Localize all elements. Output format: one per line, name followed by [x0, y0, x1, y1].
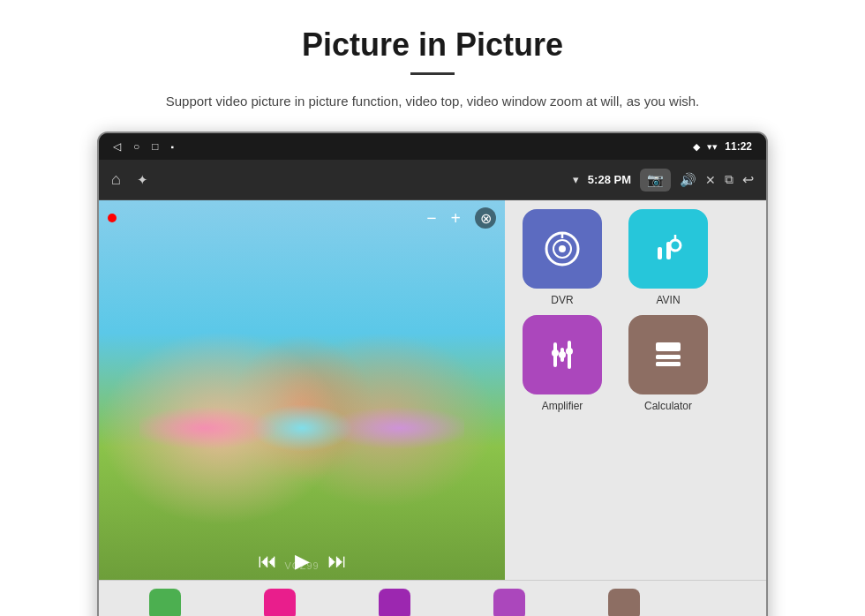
video-thumbnail	[99, 200, 505, 580]
wifi-icon: ▾▾	[707, 141, 718, 153]
netflix-bottom-icon[interactable]	[149, 589, 181, 617]
amplifier-bottom-icon[interactable]	[493, 589, 525, 617]
location-icon: ◆	[693, 141, 700, 153]
dvr-app-icon[interactable]	[523, 209, 602, 289]
calculator-bottom-icon[interactable]	[608, 589, 640, 617]
recents-icon[interactable]: □	[152, 140, 158, 153]
avin-icon-svg	[649, 229, 688, 268]
watermark: VCZ99	[284, 560, 319, 571]
status-time: 11:22	[725, 140, 752, 153]
status-bar-right: ◆ ▾▾ 11:22	[693, 140, 752, 153]
video-scene	[99, 200, 505, 580]
bottom-calculator: Calculator	[567, 589, 681, 617]
bottom-apps-row: Netflix SiriusXM Wheelkey Study Amplifie…	[99, 580, 766, 616]
device-frame: ◁ ○ □ ▪ ◆ ▾▾ 11:22 ⌂ ✦ ▾ 5:28 PM 📷 🔊	[97, 131, 768, 616]
pip-video-area: − + ⊗ ⏮ ▶ ⏭ VCZ99	[99, 200, 505, 580]
home-icon[interactable]: ○	[133, 140, 139, 153]
svg-rect-4	[658, 247, 662, 259]
screenshot-icon[interactable]: ▪	[171, 142, 175, 152]
apps-row-2: Amplifier	[514, 315, 757, 412]
back-icon[interactable]: ◁	[113, 140, 121, 153]
pip-plus-button[interactable]: +	[451, 208, 461, 229]
svg-rect-17	[671, 355, 681, 359]
bottom-wheelkey: Wheelkey Study	[337, 589, 452, 617]
prev-button[interactable]: ⏮	[258, 550, 277, 573]
calculator-app-label: Calculator	[644, 400, 692, 412]
page-title: Picture in Picture	[302, 26, 563, 64]
camera-button[interactable]: 📷	[640, 169, 671, 192]
title-divider	[410, 72, 455, 75]
window-icon[interactable]: ⧉	[725, 172, 733, 187]
amplifier-icon-svg	[543, 335, 582, 374]
avin-app-icon[interactable]	[628, 209, 708, 289]
dvr-app-label: DVR	[551, 294, 573, 306]
usb-icon: ✦	[137, 172, 148, 188]
calculator-app-icon[interactable]	[628, 315, 708, 394]
bottom-amplifier: Amplifier	[452, 589, 567, 617]
calculator-icon-svg	[649, 335, 688, 374]
home-button[interactable]: ⌂	[111, 170, 121, 189]
video-player[interactable]: − + ⊗ ⏮ ▶ ⏭ VCZ99	[99, 200, 505, 580]
app-card-avin: AVIN	[620, 209, 717, 306]
video-top-controls: − + ⊗	[99, 207, 505, 229]
siriusxm-bottom-icon[interactable]	[264, 589, 296, 617]
app-card-amplifier: Amplifier	[514, 315, 611, 412]
status-bar-left: ◁ ○ □ ▪	[113, 140, 174, 153]
page-subtitle: Support video picture in picture functio…	[166, 91, 699, 112]
dvr-icon-svg	[543, 229, 582, 268]
app-card-calculator: Calculator	[620, 315, 717, 412]
amplifier-app-label: Amplifier	[542, 400, 583, 412]
wifi-signal-icon: ▾	[573, 173, 579, 186]
svg-point-2	[559, 245, 566, 252]
rec-dot	[108, 214, 117, 222]
app-card-dvr: DVR	[514, 209, 611, 306]
wheelkey-bottom-icon[interactable]	[379, 589, 410, 617]
page-wrapper: Picture in Picture Support video picture…	[0, 0, 865, 616]
main-content-area: − + ⊗ ⏮ ▶ ⏭ VCZ99	[99, 200, 766, 580]
pip-minus-button[interactable]: −	[426, 208, 436, 229]
back-button[interactable]: ↩	[742, 171, 754, 188]
svg-rect-20	[671, 362, 681, 366]
amplifier-app-icon[interactable]	[523, 315, 602, 394]
pip-size-controls: − + ⊗	[426, 207, 496, 229]
pip-close-button[interactable]: ⊗	[475, 207, 496, 229]
bottom-siriusxm: SiriusXM	[222, 589, 337, 617]
svg-rect-14	[656, 342, 681, 351]
apps-grid-area: DVR AVIN	[505, 200, 766, 580]
next-button[interactable]: ⏭	[327, 550, 347, 573]
svg-point-6	[670, 240, 681, 251]
close-icon[interactable]: ✕	[705, 173, 716, 187]
svg-point-12	[559, 351, 566, 358]
bottom-netflix: Netflix	[108, 589, 222, 617]
toolbar-time: 5:28 PM	[588, 173, 631, 186]
apps-row-1: DVR AVIN	[514, 209, 757, 306]
head-unit-toolbar: ⌂ ✦ ▾ 5:28 PM 📷 🔊 ✕ ⧉ ↩	[99, 160, 766, 200]
svg-point-13	[566, 348, 573, 355]
svg-point-11	[552, 349, 559, 357]
avin-app-label: AVIN	[656, 294, 680, 306]
toolbar-left: ⌂ ✦	[111, 170, 148, 189]
android-status-bar: ◁ ○ □ ▪ ◆ ▾▾ 11:22	[99, 133, 766, 160]
volume-icon[interactable]: 🔊	[680, 172, 696, 188]
toolbar-right: ▾ 5:28 PM 📷 🔊 ✕ ⧉ ↩	[573, 169, 754, 192]
rec-indicator	[108, 214, 117, 222]
